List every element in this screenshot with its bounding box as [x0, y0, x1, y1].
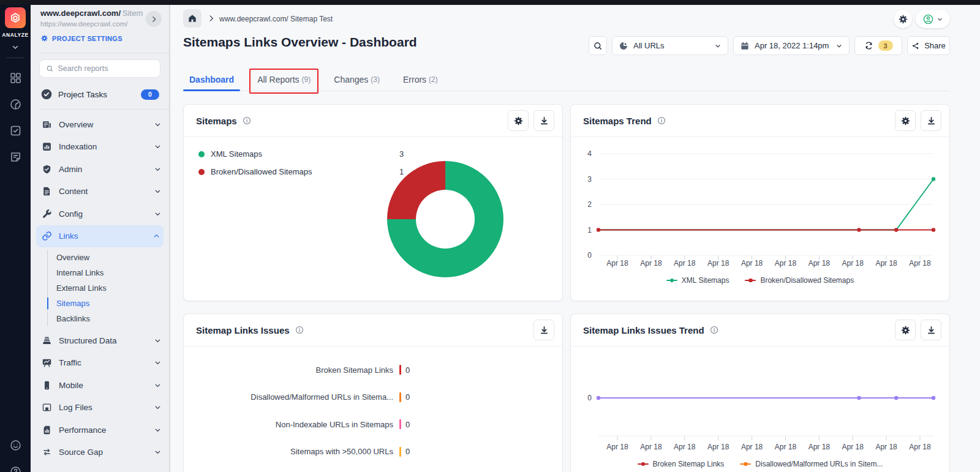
- card-settings-button[interactable]: [895, 110, 916, 131]
- chevron-down-icon: [154, 337, 162, 345]
- app-rail: ANALYZE: [0, 0, 31, 472]
- app-screen: ANALYZE www.deepcrawl.com/Sitem https://…: [0, 0, 980, 472]
- sidebar-item-source-gap[interactable]: Source Gap: [31, 441, 169, 464]
- share-button[interactable]: Share: [907, 36, 950, 55]
- legend-item[interactable]: XML Sitemaps: [666, 276, 729, 285]
- sidebar-subitem-backlinks[interactable]: Backlinks: [48, 311, 169, 326]
- svg-text:3: 3: [587, 175, 592, 184]
- issue-bar: [399, 447, 401, 457]
- apps-grid-icon[interactable]: [9, 72, 22, 84]
- legend-label: XML Sitemaps: [211, 149, 262, 159]
- issue-row[interactable]: Disallowed/Malformed URLs in Sitema...0: [184, 384, 562, 411]
- breadcrumb[interactable]: www.deepcrawl.com/ Sitemap Test: [219, 15, 333, 23]
- main-content: www.deepcrawl.com/ Sitemap Test Sitemaps…: [170, 0, 980, 472]
- sidebar-item-structured-data[interactable]: Structured Data: [31, 329, 169, 352]
- sidebar-item-indexation[interactable]: Indexation: [31, 136, 169, 159]
- dashboard-search-button[interactable]: [589, 36, 607, 55]
- sidebar-item-log-files[interactable]: Log Files: [31, 397, 169, 419]
- sidebar-item-performance[interactable]: Performance: [31, 419, 169, 441]
- svg-text:Apr 18: Apr 18: [775, 443, 797, 451]
- info-icon[interactable]: [709, 325, 719, 335]
- check-circle-icon: [40, 88, 53, 100]
- card-download-button[interactable]: [921, 320, 941, 340]
- chevron-down-icon: [154, 426, 162, 434]
- sidebar-item-overview[interactable]: Overview: [31, 113, 169, 136]
- sync-icon: [864, 41, 873, 50]
- download-icon: [926, 116, 937, 126]
- search-icon: [593, 41, 603, 51]
- sidebar-item-content[interactable]: Content: [31, 181, 169, 203]
- gear-icon: [900, 325, 911, 335]
- chevron-down-icon: [154, 165, 162, 173]
- tasks-icon[interactable]: [9, 124, 22, 137]
- sidebar-subitem-external-links[interactable]: External Links: [48, 280, 169, 296]
- svg-text:Apr 18: Apr 18: [909, 259, 931, 268]
- project-settings-link[interactable]: PROJECT SETTINGS: [40, 34, 163, 42]
- legend-item[interactable]: Broken/Disallowed Sitemaps: [745, 276, 854, 285]
- share-icon: [911, 42, 920, 50]
- search-reports-input[interactable]: [58, 64, 154, 73]
- legend-item[interactable]: Disallowed/Malformed URLs in Sitem...: [740, 460, 883, 468]
- notes-icon[interactable]: [9, 151, 22, 163]
- settings-button[interactable]: [894, 10, 912, 28]
- refresh-count-badge: 3: [878, 40, 893, 51]
- svg-text:4: 4: [587, 149, 592, 158]
- sidebar-item-links[interactable]: Links: [36, 225, 164, 248]
- svg-text:0: 0: [587, 251, 592, 260]
- tab-all-reports[interactable]: All Reports(9): [251, 69, 317, 91]
- help-icon[interactable]: [9, 465, 22, 472]
- account-menu-button[interactable]: [916, 10, 950, 28]
- card-download-button[interactable]: [921, 110, 941, 131]
- sidebar-item-mobile[interactable]: Mobile: [31, 374, 169, 397]
- chevron-down-icon: [154, 187, 162, 195]
- sidebar-item-traffic[interactable]: Traffic: [31, 352, 169, 375]
- search-reports-box[interactable]: [39, 59, 160, 78]
- feedback-smiley-icon[interactable]: [9, 439, 22, 452]
- rail-collapse-chevron-icon[interactable]: [11, 43, 20, 51]
- indexation-icon: [42, 141, 52, 152]
- url-filter-dropdown[interactable]: All URLs: [612, 36, 728, 55]
- crawl-date-value: Apr 18, 2022 1:14pm: [755, 41, 829, 50]
- log-files-icon: [42, 402, 52, 413]
- card-download-button[interactable]: [533, 110, 554, 131]
- refresh-crawls-button[interactable]: 3: [854, 36, 902, 55]
- sidebar-subitem-internal-links[interactable]: Internal Links: [48, 265, 169, 280]
- chevron-down-icon: [154, 359, 162, 367]
- legend-label: XML Sitemaps: [682, 276, 729, 285]
- issue-row[interactable]: Sitemaps with >50,000 URLs0: [184, 438, 562, 466]
- issue-row[interactable]: Broken Sitemap Links0: [184, 356, 562, 384]
- info-icon[interactable]: [242, 116, 252, 125]
- issue-value: 0: [405, 420, 410, 429]
- card-title: Sitemap Links Issues Trend: [583, 325, 704, 335]
- sidebar-nav: OverviewIndexationAdminContentConfigLink…: [31, 113, 169, 463]
- svg-text:Apr 18: Apr 18: [674, 443, 696, 451]
- links-icon: [42, 231, 52, 241]
- tab-changes[interactable]: Changes(3): [328, 69, 386, 91]
- svg-text:0: 0: [587, 394, 592, 402]
- project-header: www.deepcrawl.com/Sitem https://www.deep…: [40, 9, 163, 42]
- crawl-date-dropdown[interactable]: Apr 18, 2022 1:14pm: [733, 36, 850, 55]
- project-switcher-button[interactable]: [146, 11, 162, 27]
- sitemaps-trend-card: Sitemaps Trend 01234Apr 18Apr 18Apr 18Ap…: [570, 104, 950, 301]
- deepcrawl-logo[interactable]: [5, 7, 26, 28]
- breadcrumb-home-button[interactable]: [183, 9, 202, 28]
- sidebar-subitem-overview[interactable]: Overview: [48, 250, 169, 265]
- sidebar-item-admin[interactable]: Admin: [31, 158, 169, 181]
- sitemap-links-issues-trend-card: Sitemap Links Issues Trend 0Apr 18Apr 18…: [570, 313, 950, 472]
- card-settings-button[interactable]: [895, 320, 916, 340]
- issue-row[interactable]: Non-Indexable URLs in Sitemaps0: [184, 411, 562, 438]
- tab-errors[interactable]: Errors(2): [397, 69, 444, 91]
- sidebar-subitem-sitemaps[interactable]: Sitemaps: [48, 296, 169, 311]
- card-download-button[interactable]: [533, 320, 554, 340]
- download-icon: [926, 325, 937, 335]
- sidebar-item-config[interactable]: Config: [31, 203, 169, 225]
- chart-legend: Broken Sitemap LinksDisallowed/Malformed…: [571, 460, 949, 468]
- legend-item[interactable]: Broken Sitemap Links: [638, 460, 725, 468]
- crawl-gauge-icon[interactable]: [9, 98, 22, 111]
- card-settings-button[interactable]: [508, 110, 529, 131]
- info-icon[interactable]: [657, 116, 666, 125]
- project-tasks-row[interactable]: Project Tasks 0: [40, 86, 164, 103]
- tab-dashboard[interactable]: Dashboard: [183, 69, 240, 91]
- info-icon[interactable]: [295, 325, 304, 335]
- sidebar-item-label: Source Gap: [59, 448, 103, 457]
